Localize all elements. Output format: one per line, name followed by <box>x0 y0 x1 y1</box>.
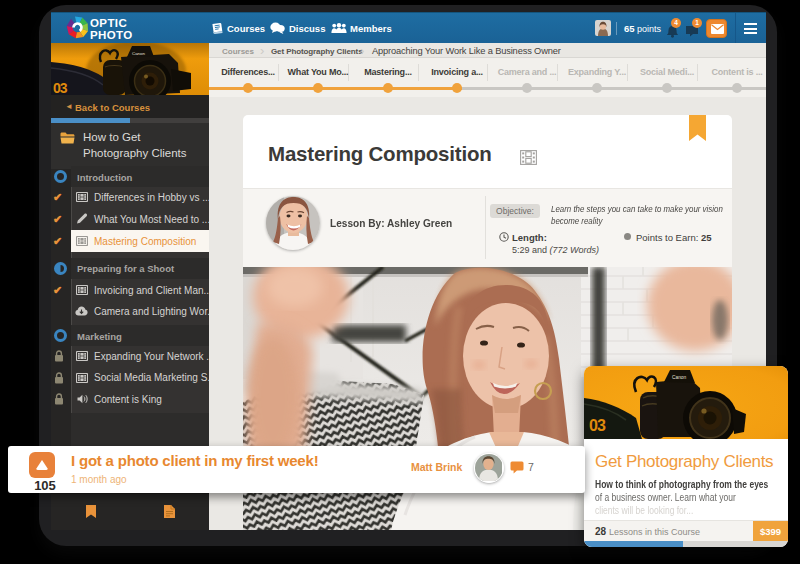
svg-text:Canon: Canon <box>132 51 145 56</box>
svg-text:03: 03 <box>53 80 68 95</box>
svg-text:03: 03 <box>589 417 606 434</box>
svg-text:Canon: Canon <box>672 375 686 380</box>
